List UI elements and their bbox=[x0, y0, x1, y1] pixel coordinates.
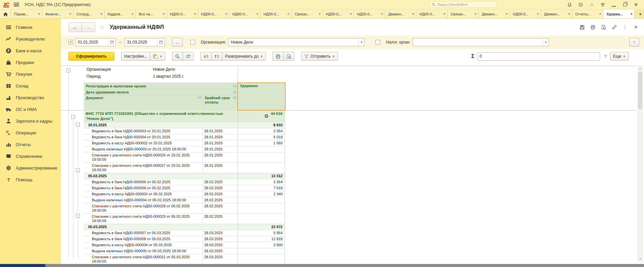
table-row[interactable]: Списание с расчетного счета НД00-000027 … bbox=[84, 163, 285, 173]
sort-icon[interactable]: ↓ bbox=[232, 96, 236, 99]
table-row[interactable]: Выдача наличных НД00-000005 от 05.03.202… bbox=[84, 248, 285, 254]
restore-button[interactable] bbox=[622, 2, 628, 7]
cell-withheld[interactable]: 7 618 bbox=[238, 185, 285, 191]
tab[interactable]: Все на... × bbox=[136, 10, 167, 18]
nav-forward-button[interactable]: → bbox=[82, 23, 95, 32]
cell-document[interactable]: 20.01.2025 bbox=[84, 122, 238, 128]
notifications-bell-icon[interactable] bbox=[567, 2, 572, 7]
cell-document[interactable]: Ведомость в кассу НД00-000002 от 20.01.2… bbox=[84, 140, 202, 146]
organization-combo[interactable]: Новое Дело ▼ bbox=[228, 38, 364, 46]
cell-deadline[interactable]: 28.03.2025 bbox=[202, 230, 238, 236]
cell-document[interactable]: Списание с расчетного счета НД00-000026 … bbox=[84, 152, 202, 162]
tab[interactable]: Отчеты... × bbox=[572, 10, 603, 18]
tab[interactable]: Физиче... × bbox=[42, 10, 73, 18]
cell-document[interactable]: Выдача наличных НД00-000004 от 05.02.202… bbox=[84, 197, 202, 203]
chevron-down-icon[interactable]: ▼ bbox=[543, 39, 548, 46]
cell-withheld[interactable]: 2 054 bbox=[238, 128, 285, 134]
period-checkbox[interactable]: ✓ bbox=[68, 40, 73, 45]
tab[interactable]: НД00-0... × bbox=[229, 10, 260, 18]
sidebar-item[interactable]: Руководителю bbox=[0, 33, 60, 45]
tab[interactable]: НД00-0... × bbox=[323, 10, 354, 18]
table-row[interactable]: Ведомость в кассу НД00-000004 от 05.03.2… bbox=[84, 242, 285, 248]
sort-icon[interactable]: ↓ bbox=[232, 84, 236, 88]
cell-deadline[interactable]: 28.03.2025 bbox=[202, 254, 238, 264]
header-deadline[interactable]: Крайний срок уплаты ↓ bbox=[202, 95, 238, 111]
tab[interactable]: Сотруд... × bbox=[73, 10, 105, 18]
close-report-icon[interactable]: ✕ bbox=[633, 24, 639, 30]
table-row[interactable]: Ведомость в банк НД00-000005 от 05.02.20… bbox=[84, 179, 285, 185]
cell-document[interactable]: 05.03.2025 bbox=[84, 224, 238, 230]
table-row[interactable]: 05.02.2025 13 312 bbox=[84, 173, 285, 179]
filter-settings-button[interactable] bbox=[629, 38, 639, 47]
collapse-group-button[interactable]: − bbox=[66, 68, 70, 72]
cell-document[interactable]: Ведомость в банк НД00-000006 от 05.02.20… bbox=[84, 185, 202, 191]
tab[interactable]: Движен... × bbox=[385, 10, 416, 18]
cell-withheld[interactable] bbox=[238, 197, 285, 203]
print-preview-button[interactable] bbox=[283, 52, 294, 61]
cell-withheld[interactable]: 44 616 bbox=[238, 111, 285, 122]
sidebar-item[interactable]: ДтКт Операции bbox=[0, 127, 60, 139]
sort-icon[interactable]: ↓ bbox=[232, 90, 236, 94]
cell-deadline[interactable]: 28.01.2025 bbox=[202, 146, 238, 152]
settings-button[interactable]: Настройки... bbox=[121, 52, 150, 61]
tab-close-icon[interactable]: × bbox=[506, 12, 508, 16]
cell-withheld[interactable] bbox=[238, 152, 285, 162]
tab[interactable]: Движен... × bbox=[479, 10, 510, 18]
home-tab[interactable] bbox=[0, 10, 11, 18]
tab-close-icon[interactable]: × bbox=[443, 12, 446, 16]
table-row[interactable]: Списание с расчетного счета НД00-000029 … bbox=[84, 214, 285, 224]
sidebar-item[interactable]: Зарплата и кадры bbox=[0, 115, 60, 127]
report-sheet[interactable]: − − − − − Организация Новое Дело Период … bbox=[61, 64, 644, 264]
table-row[interactable]: 05.03.2025 22 672 bbox=[84, 224, 285, 230]
tab-close-icon[interactable]: × bbox=[568, 12, 570, 16]
tab-close-icon[interactable]: × bbox=[630, 12, 633, 16]
tab-close-icon[interactable]: × bbox=[69, 12, 71, 16]
tab-close-icon[interactable]: × bbox=[287, 12, 290, 16]
tax-authority-combo[interactable]: ▼ bbox=[413, 38, 549, 46]
tabs-overflow-button[interactable]: ▼ bbox=[637, 10, 644, 18]
organization-checkbox[interactable] bbox=[190, 40, 195, 45]
cell-document[interactable]: Ведомость в банк НД00-000004 от 20.01.20… bbox=[84, 134, 202, 140]
header-document[interactable]: Документ ↓ bbox=[84, 95, 202, 111]
chevron-down-icon[interactable]: ▼ bbox=[358, 39, 364, 46]
cell-document[interactable]: ФНС 7715 КПП 771501001 (Общество с огран… bbox=[84, 111, 238, 122]
tab-close-icon[interactable]: × bbox=[412, 12, 414, 16]
print-button[interactable] bbox=[273, 52, 283, 61]
cell-document[interactable]: Ведомость в банк НД00-000007 от 05.03.20… bbox=[84, 230, 202, 236]
sidebar-item[interactable]: Администрирование bbox=[0, 162, 60, 174]
cell-deadline[interactable]: 28.02.2025 bbox=[202, 185, 238, 191]
sort-icon[interactable]: ↓ bbox=[197, 96, 201, 99]
history-icon[interactable] bbox=[578, 2, 583, 7]
cell-document[interactable]: Ведомость в банк НД00-000008 от 05.03.20… bbox=[84, 236, 202, 242]
tab[interactable]: Парам... × bbox=[11, 10, 42, 18]
cell-withheld[interactable] bbox=[238, 254, 285, 264]
table-row[interactable]: Выдача наличных НД00-000003 от 20.01.202… bbox=[84, 146, 285, 152]
favorite-star-icon[interactable]: ☆ bbox=[100, 23, 105, 31]
vertical-scrollbar[interactable]: ▲ ▼ bbox=[638, 66, 643, 261]
table-row[interactable]: Ведомость в банк НД00-000003 от 20.01.20… bbox=[84, 128, 285, 134]
tab[interactable]: НД00-0... × bbox=[354, 10, 385, 18]
calendar-icon[interactable] bbox=[157, 39, 165, 46]
table-row[interactable]: ФНС 7715 КПП 771501001 (Общество с огран… bbox=[84, 111, 285, 122]
cell-document[interactable]: Ведомость в банк НД00-000003 от 20.01.20… bbox=[84, 128, 202, 134]
cell-withheld[interactable]: 13 312 bbox=[238, 173, 285, 179]
tab[interactable]: НД00-0... × bbox=[198, 10, 229, 18]
find-next-button[interactable] bbox=[183, 52, 194, 61]
cell-withheld[interactable]: 3 900 bbox=[238, 242, 285, 248]
tab-close-icon[interactable]: × bbox=[474, 12, 477, 16]
tab-close-icon[interactable]: × bbox=[194, 12, 196, 16]
period-variants-button[interactable]: ... bbox=[172, 38, 183, 47]
cell-withheld[interactable]: 2 340 bbox=[238, 191, 285, 197]
cell-deadline[interactable]: 28.01.2025 bbox=[202, 140, 238, 146]
table-row[interactable]: Ведомость в банк НД00-000008 от 05.03.20… bbox=[84, 236, 285, 242]
tab-close-icon[interactable]: × bbox=[599, 12, 601, 16]
sidebar-item[interactable]: ₽ Банк и касса bbox=[0, 45, 60, 57]
sidebar-item[interactable]: Склад bbox=[0, 80, 60, 92]
tab[interactable]: Связан... × bbox=[292, 10, 323, 18]
print-icon[interactable] bbox=[590, 24, 596, 30]
scrollbar-thumb[interactable] bbox=[638, 72, 642, 109]
tab[interactable]: Движен... × bbox=[541, 10, 572, 18]
tab-close-icon[interactable]: × bbox=[38, 12, 40, 16]
tab[interactable]: НД00-0... × bbox=[260, 10, 292, 18]
tab-close-icon[interactable]: × bbox=[256, 12, 258, 16]
